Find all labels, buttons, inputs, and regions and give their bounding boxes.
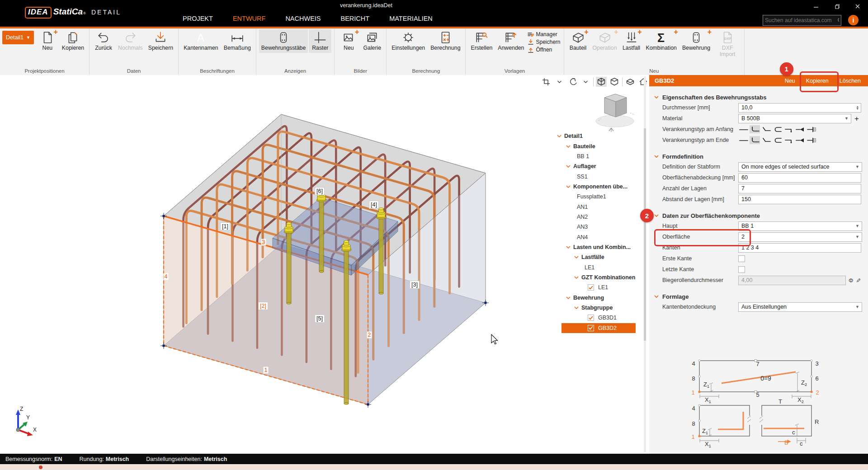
chevron-down-icon[interactable] xyxy=(566,164,571,168)
detail-selector[interactable]: Detail1▼ xyxy=(2,31,34,44)
tree-item-bewehrung[interactable]: Bewehrung xyxy=(556,293,636,303)
tree-checkbox[interactable] xyxy=(588,325,594,331)
durchmesser-input[interactable] xyxy=(739,104,856,111)
oberflaeche-select[interactable]: 2 ▼ xyxy=(738,232,862,242)
chevron-down-icon[interactable] xyxy=(554,77,565,87)
minimize-button[interactable] xyxy=(806,0,826,13)
ribbon-bewehrung-button[interactable]: +Bewehrung xyxy=(680,29,712,53)
tree-item-ss1[interactable]: SS1 xyxy=(556,171,636,181)
tree-item-bauteile[interactable]: Bauteile xyxy=(556,141,636,151)
ribbon-einstellungen-button[interactable]: Einstellungen xyxy=(389,29,427,53)
tab-entwurf[interactable]: ENTWURF xyxy=(231,14,268,23)
ribbon-neu-button[interactable]: +Neu xyxy=(337,29,360,53)
close-button[interactable] xyxy=(847,0,868,13)
info-button[interactable]: i xyxy=(848,15,859,25)
anchor-type-hookU-icon[interactable] xyxy=(772,136,783,144)
ribbon-bewehrungsstäbe-button[interactable]: Bewehrungsstäbe xyxy=(259,29,308,53)
ribbon-bemaßung-button[interactable]: Bemaßung xyxy=(222,29,253,53)
tree-item-detail1[interactable]: Detail1 xyxy=(556,131,636,141)
viewport-rotate-button[interactable] xyxy=(567,77,578,87)
tree-item-le1[interactable]: LE1 xyxy=(556,282,636,292)
tree-checkbox[interactable] xyxy=(588,315,594,321)
stabform-select[interactable]: On more edges of selected surface ▼ xyxy=(738,162,862,172)
chevron-down-icon[interactable] xyxy=(566,185,571,188)
tree-item-gb3d2[interactable]: GB3D2 xyxy=(561,323,636,333)
3d-viewport[interactable]: Z Y X [1][2][3][4][5][6]1234 Detail1Baut… xyxy=(0,75,650,454)
ribbon-kombination-button[interactable]: Σ+Kombination xyxy=(644,29,679,53)
anchor-type-hook135-icon[interactable] xyxy=(761,125,771,133)
viewport-wirecube-button[interactable] xyxy=(596,77,607,87)
section-header[interactable]: Eigenschaften des Bewehrungsstabs xyxy=(654,92,868,102)
chevron-down-icon[interactable] xyxy=(566,245,571,249)
ribbon-kopieren-button[interactable]: Kopieren xyxy=(60,29,86,53)
tree-item-gzt-kombinationen[interactable]: GZT Kombinationen xyxy=(556,273,636,282)
maximize-button[interactable] xyxy=(826,0,847,13)
chevron-down-icon[interactable] xyxy=(557,134,561,138)
anchor-type-plate-icon[interactable] xyxy=(806,136,816,144)
chevron-down-icon[interactable] xyxy=(580,77,591,87)
tree-item-fussplatte1[interactable]: Fussplatte1 xyxy=(556,192,636,202)
ribbon-erstellen-button[interactable]: Erstellen xyxy=(468,29,495,53)
section-header[interactable]: Formdefinition xyxy=(654,151,868,161)
tree-item-an3[interactable]: AN3 xyxy=(556,222,636,232)
tree-item-an4[interactable]: AN4 xyxy=(556,232,636,242)
material-select[interactable]: B 500B ▼ xyxy=(738,114,851,123)
tree-item-bb-1[interactable]: BB 1 xyxy=(556,151,636,161)
tree-scrollbar[interactable] xyxy=(644,76,646,452)
section-header[interactable]: 2 Daten zur Oberflächenkomponente xyxy=(654,211,868,221)
haupt-select[interactable]: BB 1 ▼ xyxy=(738,221,862,231)
abdeckung-input[interactable] xyxy=(739,174,861,181)
anchor-type-plate-icon[interactable] xyxy=(806,125,816,133)
ribbon-anwenden-button[interactable]: Anwenden xyxy=(495,29,526,53)
ribbon-zurück-button[interactable]: Zurück xyxy=(92,29,115,53)
anchor-type-cone-icon[interactable] xyxy=(795,125,805,133)
ribbon-speichern-button[interactable]: Speichern xyxy=(528,39,560,45)
chevron-down-icon[interactable] xyxy=(574,255,579,259)
tree-item-auflager[interactable]: Auflager xyxy=(556,161,636,171)
tree-item-lasten-und-kombin-[interactable]: Lasten und Kombin... xyxy=(556,242,636,252)
ribbon-neu-button[interactable]: +Neu xyxy=(36,29,59,53)
chevron-down-icon[interactable] xyxy=(574,276,579,279)
chevron-down-icon[interactable] xyxy=(566,145,571,148)
tree-item-stabgruppe[interactable]: Stabgruppe xyxy=(556,303,636,313)
tree-item-an1[interactable]: AN1 xyxy=(556,202,636,212)
ribbon-bauteil-button[interactable]: +Bauteil xyxy=(567,29,590,53)
anchor-type-hook90-icon[interactable] xyxy=(750,125,760,133)
tab-materialien[interactable]: MATERIALIEN xyxy=(387,14,434,23)
viewport-home-button[interactable] xyxy=(638,77,649,87)
tab-projekt[interactable]: PROJEKT xyxy=(181,14,215,23)
tree-item-an2[interactable]: AN2 xyxy=(556,212,636,222)
anchor-type-hook135-icon[interactable] xyxy=(761,136,771,144)
erste-kante-checkbox[interactable] xyxy=(738,255,745,262)
section-header[interactable]: Formlage xyxy=(654,291,868,301)
tree-item-lastfälle[interactable]: Lastfälle xyxy=(556,252,636,262)
tree-item-komponenten-übe-[interactable]: Komponenten übe... xyxy=(556,182,636,192)
viewport-crop-button[interactable] xyxy=(541,77,552,87)
spinner-control[interactable]: ▲▼ xyxy=(856,105,859,110)
add-material-button[interactable]: + xyxy=(854,115,859,122)
ribbon-kantennamen-button[interactable]: AKantennamen xyxy=(181,29,221,53)
panel-neu-button[interactable]: Neu xyxy=(785,78,795,84)
letzte-kante-checkbox[interactable] xyxy=(738,266,745,273)
ribbon-galerie-button[interactable]: Galerie xyxy=(361,29,383,53)
tab-nachweis[interactable]: NACHWEIS xyxy=(283,14,322,23)
abstand-input[interactable] xyxy=(739,196,861,202)
chevron-down-icon[interactable] xyxy=(574,306,579,310)
ribbon-manager-button[interactable]: Manager xyxy=(528,31,560,38)
anchor-type-foot-icon[interactable] xyxy=(783,125,794,133)
anchor-type-hook90-icon[interactable] xyxy=(750,136,760,144)
ribbon-öffnen-button[interactable]: Öffnen xyxy=(528,47,560,53)
anchor-type-straight-icon[interactable] xyxy=(738,125,749,133)
deckung-select[interactable]: Aus Einstellungen ▼ xyxy=(738,302,862,312)
anchor-type-straight-icon[interactable] xyxy=(738,136,749,144)
anchor-type-cone-icon[interactable] xyxy=(795,136,805,144)
tab-bericht[interactable]: BERICHT xyxy=(339,14,372,23)
navigation-cube[interactable] xyxy=(596,94,635,132)
ribbon-raster-button[interactable]: Raster xyxy=(309,29,331,53)
kanten-input[interactable] xyxy=(739,244,861,251)
tree-item-le1[interactable]: LE1 xyxy=(556,262,636,272)
viewport-clip-button[interactable] xyxy=(625,77,636,87)
ribbon-lastfall-button[interactable]: +Lastfall xyxy=(620,29,643,53)
chevron-down-icon[interactable] xyxy=(566,296,571,300)
tree-checkbox[interactable] xyxy=(588,284,594,291)
